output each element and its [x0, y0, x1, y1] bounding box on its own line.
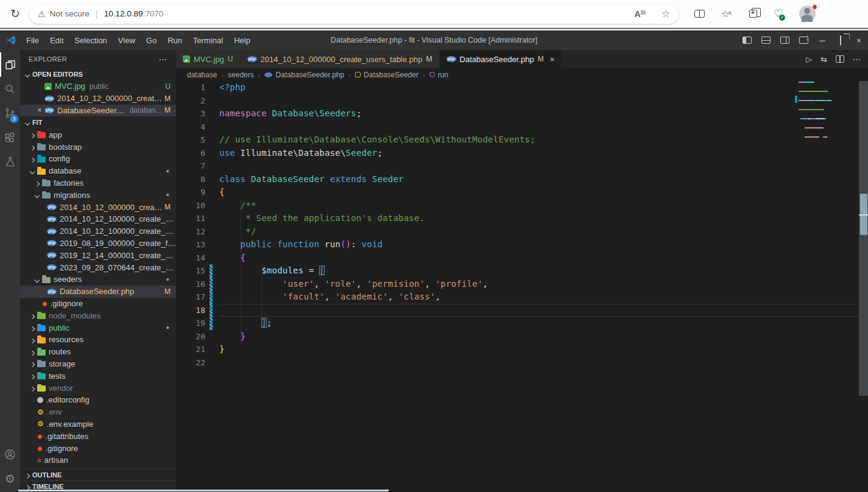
open-editor-item[interactable]: MVC.jpgpublicU — [20, 80, 176, 93]
customize-layout-icon[interactable] — [799, 37, 808, 44]
split-screen-icon[interactable] — [694, 10, 705, 18]
code-line-18[interactable]: 18 — [176, 304, 868, 317]
code-line-21[interactable]: 21} — [176, 343, 868, 356]
open-changes-icon[interactable]: ⇆ — [820, 55, 827, 64]
breadcrumb-item[interactable]: run — [429, 71, 448, 79]
tree-item-2014-10-12-100000-create-passw-[interactable]: php2014_10_12_100000_create_passw... — [20, 213, 176, 225]
tree-item-tests[interactable]: tests — [20, 370, 176, 382]
minimize-button[interactable]: ─ — [813, 33, 831, 47]
url-port[interactable]: :7070 — [143, 9, 164, 18]
tree-item--gitignore[interactable]: ◆.gitignore — [20, 298, 176, 310]
address-bar[interactable]: ⚠ Not secure | 10.12.0.89 :7070 A))) ☆ — [29, 4, 679, 24]
scrollbar-track[interactable] — [859, 81, 868, 396]
code-line-6[interactable]: 6use Illuminate\Database\Seeder; — [176, 147, 868, 160]
menu-go[interactable]: Go — [141, 36, 162, 45]
tree-item-2014-10-12-000000-create-u-[interactable]: php2014_10_12_000000_create_u...M — [20, 201, 176, 213]
code-line-12[interactable]: 12 */ — [176, 225, 868, 239]
code-line-4[interactable]: 4 — [176, 121, 868, 134]
search-icon[interactable] — [0, 77, 20, 101]
tab-2014-10-12-000000-create-users-table-php[interactable]: php2014_10_12_000000_create_users_table.… — [241, 50, 440, 68]
tree-item-routes[interactable]: routes — [20, 346, 176, 358]
code-line-13[interactable]: 13 public function run(): void — [176, 238, 868, 251]
menu-view[interactable]: View — [113, 36, 141, 45]
menu-edit[interactable]: Edit — [44, 36, 69, 45]
toggle-secondary-sidebar-icon[interactable] — [780, 37, 789, 44]
tree-item--gitattributes[interactable]: ◆.gitattributes — [20, 430, 176, 442]
code-line-14[interactable]: 14 { — [176, 251, 868, 265]
tree-item-2014-10-12-100000-create-passw-[interactable]: php2014_10_12_100000_create_passw... — [20, 225, 176, 237]
tree-item-storage[interactable]: storage — [20, 358, 176, 370]
code-line-8[interactable]: 8class DatabaseSeeder extends Seeder — [176, 173, 868, 186]
tree-item-config[interactable]: config — [20, 153, 176, 165]
restore-button[interactable] — [831, 33, 850, 47]
menu-file[interactable]: File — [21, 36, 44, 45]
code-line-5[interactable]: 5// use Illuminate\Database\Console\Seed… — [176, 133, 868, 147]
code-line-9[interactable]: 9{ — [176, 186, 868, 199]
tree-item-database[interactable]: database● — [20, 165, 176, 177]
breadcrumb-item[interactable]: seeders — [228, 71, 254, 79]
read-aloud-icon[interactable]: A))) — [635, 9, 646, 19]
favorite-star-icon[interactable]: ☆ — [662, 8, 670, 19]
tree-item-2019-08-19-000000-create-failed-j-[interactable]: php2019_08_19_000000_create_failed_j... — [20, 237, 176, 250]
tree-item-2019-12-14-000001-create-person-[interactable]: php2019_12_14_000001_create_person... — [20, 249, 176, 261]
tree-item--env-example[interactable]: ⚙.env.example — [20, 418, 176, 430]
code-line-7[interactable]: 7 — [176, 160, 868, 173]
code-line-16[interactable]: 16 'user', 'role', 'permision', 'profile… — [176, 278, 868, 291]
tree-item--editorconfig[interactable]: .editorconfig — [20, 394, 176, 406]
code-editor[interactable]: 1<?php23namespace Database\Seeders;45// … — [176, 81, 868, 492]
menu-terminal[interactable]: Terminal — [188, 36, 228, 45]
tree-item-bootstrap[interactable]: bootstrap — [20, 141, 176, 153]
close-button[interactable]: × — [850, 33, 868, 47]
breadcrumb-item[interactable]: database — [187, 71, 217, 79]
tree-item-node-modules[interactable]: node_modules — [20, 309, 176, 322]
accounts-icon[interactable] — [0, 442, 20, 466]
tree-item-vendor[interactable]: vendor — [20, 382, 176, 394]
tree-item-migrations[interactable]: migrations● — [20, 189, 176, 201]
tree-item-public[interactable]: public● — [20, 322, 176, 334]
tree-item-databaseseeder-php[interactable]: phpDatabaseSeeder.phpM — [20, 286, 176, 298]
open-editors-section[interactable]: OPEN EDITORS — [20, 68, 176, 80]
tree-item-app[interactable]: app — [20, 128, 176, 141]
tree-item-artisan[interactable]: ≈artisan — [20, 454, 176, 466]
toggle-panel-icon[interactable] — [761, 37, 771, 44]
tab-mvc-jpg[interactable]: MVC.jpgU — [176, 50, 241, 68]
more-actions-icon[interactable]: ⋯ — [853, 55, 861, 64]
menu-run[interactable]: Run — [162, 36, 188, 45]
minimap[interactable] — [799, 82, 833, 146]
collections-icon[interactable] — [749, 10, 757, 18]
tree-item--gitignore[interactable]: ◆.gitignore — [20, 442, 176, 454]
tree-item--env[interactable]: ⚙.env — [20, 406, 176, 418]
menu-help[interactable]: Help — [228, 36, 256, 45]
code-line-1[interactable]: 1<?php — [176, 81, 868, 94]
source-control-icon[interactable]: 3 — [0, 101, 20, 125]
explorer-icon[interactable] — [0, 52, 20, 77]
open-editor-item[interactable]: php2014_10_12_000000_create_us...M — [20, 93, 176, 105]
open-editor-item[interactable]: ×phpDatabaseSeeder.phpdatabase\...M — [20, 105, 176, 117]
url-host[interactable]: 10.12.0.89 — [104, 9, 143, 18]
tree-item-2023-09-28-070644-create-permis-[interactable]: php2023_09_28_070644_create_permis... — [20, 261, 176, 273]
favorites-icon[interactable]: ☆≡ — [721, 9, 733, 19]
code-line-10[interactable]: 10 /** — [176, 199, 868, 213]
not-secure-label[interactable]: Not secure — [50, 9, 90, 18]
testing-icon[interactable] — [0, 150, 20, 174]
menu-selection[interactable]: Selection — [69, 36, 112, 45]
split-editor-icon[interactable] — [836, 55, 844, 63]
workspace-section[interactable]: FIT — [20, 116, 176, 128]
tab-close-icon[interactable]: × — [550, 55, 555, 64]
code-line-20[interactable]: 20 } — [176, 330, 868, 343]
code-line-17[interactable]: 17 'facult', 'academic', 'class', — [176, 290, 868, 304]
code-line-2[interactable]: 2 — [176, 94, 868, 108]
refresh-icon[interactable]: ↻ — [6, 7, 24, 21]
settings-gear-icon[interactable]: ⚙ — [0, 466, 20, 491]
code-line-15[interactable]: 15 $modules = [ — [176, 264, 868, 278]
breadcrumb-item[interactable]: DatabaseSeeder.php — [264, 71, 344, 79]
tree-item-factories[interactable]: factories — [20, 177, 176, 189]
code-line-11[interactable]: 11 * Seed the application's database. — [176, 212, 868, 225]
tab-databaseseeder-php[interactable]: phpDatabaseSeeder.phpM× — [440, 50, 562, 68]
tree-item-resources[interactable]: resources — [20, 334, 176, 346]
toggle-primary-sidebar-icon[interactable] — [743, 37, 752, 44]
browser-essentials-icon[interactable]: ♡✓ — [774, 7, 783, 20]
code-line-22[interactable]: 22 — [176, 356, 868, 370]
profile-avatar[interactable] — [799, 5, 816, 22]
explorer-more-actions-icon[interactable]: ⋯ — [159, 54, 168, 64]
